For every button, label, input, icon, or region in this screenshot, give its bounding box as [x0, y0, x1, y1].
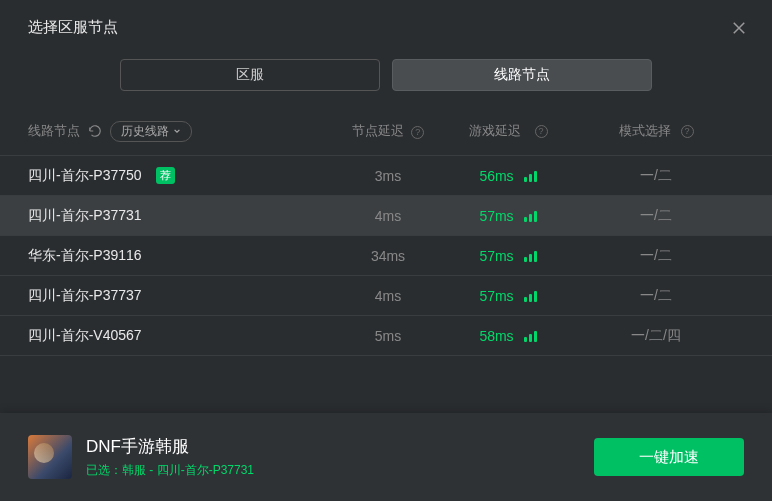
- history-dropdown-label: 历史线路: [121, 123, 169, 140]
- signal-icon: [524, 250, 537, 262]
- node-row[interactable]: 四川-首尔-V405675ms58ms一/二/四: [0, 316, 772, 356]
- col-game-latency-label: 游戏延迟: [469, 122, 521, 140]
- signal-icon: [524, 170, 537, 182]
- close-icon[interactable]: [730, 19, 748, 37]
- history-dropdown[interactable]: 历史线路: [110, 121, 192, 142]
- dialog-title: 选择区服节点: [28, 18, 118, 37]
- mode-text: 一/二: [568, 247, 744, 265]
- node-name: 华东-首尔-P39116: [28, 247, 142, 265]
- signal-icon: [524, 290, 537, 302]
- info-icon[interactable]: ?: [535, 125, 548, 138]
- tab-bar: 区服 线路节点: [0, 51, 772, 107]
- info-icon[interactable]: ?: [411, 126, 424, 139]
- node-row[interactable]: 四川-首尔-P37750荐3ms56ms一/二: [0, 156, 772, 196]
- game-latency: 57ms: [479, 288, 513, 304]
- node-name: 四川-首尔-V40567: [28, 327, 142, 345]
- mode-text: 一/二: [568, 167, 744, 185]
- node-row[interactable]: 四川-首尔-P377374ms57ms一/二: [0, 276, 772, 316]
- game-latency: 57ms: [479, 248, 513, 264]
- col-mode-label: 模式选择: [619, 122, 671, 140]
- node-name: 四川-首尔-P37737: [28, 287, 142, 305]
- node-name: 四川-首尔-P37731: [28, 207, 142, 225]
- game-title: DNF手游韩服: [86, 435, 580, 458]
- node-latency: 5ms: [328, 328, 448, 344]
- tab-zone[interactable]: 区服: [120, 59, 380, 91]
- node-latency: 3ms: [328, 168, 448, 184]
- col-route-label: 线路节点: [28, 122, 80, 140]
- refresh-icon[interactable]: [88, 124, 102, 138]
- selected-node-text: 已选：韩服 - 四川-首尔-P37731: [86, 462, 580, 479]
- game-latency: 58ms: [479, 328, 513, 344]
- node-latency: 34ms: [328, 248, 448, 264]
- info-icon[interactable]: ?: [681, 125, 694, 138]
- node-latency: 4ms: [328, 288, 448, 304]
- mode-text: 一/二: [568, 207, 744, 225]
- game-latency: 56ms: [479, 168, 513, 184]
- signal-icon: [524, 330, 537, 342]
- game-latency: 57ms: [479, 208, 513, 224]
- mode-text: 一/二: [568, 287, 744, 305]
- footer: DNF手游韩服 已选：韩服 - 四川-首尔-P37731 一键加速: [0, 413, 772, 501]
- accelerate-button[interactable]: 一键加速: [594, 438, 744, 476]
- column-headers: 线路节点 历史线路 节点延迟 ? 游戏延迟 ? 模式选择 ?: [0, 107, 772, 155]
- signal-icon: [524, 210, 537, 222]
- node-latency: 4ms: [328, 208, 448, 224]
- col-node-latency-label: 节点延迟: [352, 123, 404, 138]
- chevron-down-icon: [173, 127, 181, 135]
- node-row[interactable]: 华东-首尔-P3911634ms57ms一/二: [0, 236, 772, 276]
- mode-text: 一/二/四: [568, 327, 744, 345]
- node-row[interactable]: 四川-首尔-P377314ms57ms一/二: [0, 196, 772, 236]
- node-name: 四川-首尔-P37750: [28, 167, 142, 185]
- tab-route[interactable]: 线路节点: [392, 59, 652, 91]
- recommended-badge: 荐: [156, 167, 175, 184]
- node-list: 四川-首尔-P37750荐3ms56ms一/二四川-首尔-P377314ms57…: [0, 155, 772, 356]
- game-icon: [28, 435, 72, 479]
